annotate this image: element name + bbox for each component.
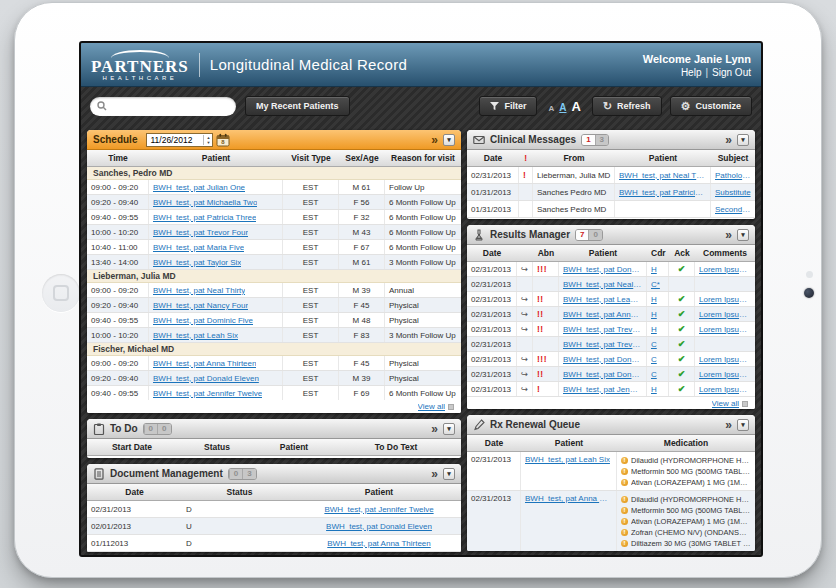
patient-link[interactable]: BWH_test, pat Julian One (153, 183, 245, 192)
patient-link[interactable]: BWH_test, pat Leah Six (525, 455, 610, 464)
comments-link[interactable]: Lorem Ipsum is sly L... (699, 385, 751, 394)
date-spinner[interactable]: ▲▼ (203, 135, 212, 145)
patient-link[interactable]: BWH_test, pat Trevor Four (563, 325, 642, 334)
medication-item[interactable]: Metformin 500 MG (500MG TABLET Take 1... (621, 505, 751, 515)
cdr-link[interactable]: C (651, 355, 657, 364)
ack-check-icon[interactable]: ✔ (669, 382, 695, 396)
view-all-link[interactable]: View all (712, 399, 739, 408)
panel-collapse-button[interactable] (737, 229, 749, 241)
patient-link[interactable]: BWH_test, pat Neal Thirty (619, 171, 706, 180)
medication-item[interactable]: Ativan (LORAZEPAM) 1 MG (1MG TABLET T... (621, 477, 751, 487)
forward-icon[interactable]: ↪ (517, 292, 533, 306)
ack-check-icon[interactable]: ✔ (669, 337, 695, 351)
patient-link[interactable]: BWH_test, pat Maria Five (153, 243, 244, 252)
medication-item[interactable]: Metformin 500 MG (500MG TABLET Take 1) (621, 466, 751, 476)
patient-link[interactable]: BWH_test, pat Donald Eleven (326, 522, 432, 531)
ack-check-icon[interactable]: ✔ (669, 352, 695, 366)
cdr-link[interactable]: H (651, 295, 657, 304)
comments-link[interactable]: Lorem Ipsum is sly L... (699, 310, 751, 319)
patient-link[interactable]: BWH_test, pat Neal Thirty (563, 280, 642, 289)
panel-expand-icon[interactable] (725, 230, 732, 240)
ack-check-icon[interactable]: ✔ (669, 292, 695, 306)
panel-collapse-button[interactable] (737, 419, 749, 431)
comments-link[interactable]: Lorem Ipsum is sly L... (699, 325, 751, 334)
patient-link[interactable]: BWH_test, pat Nancy Four (153, 301, 248, 310)
cdr-link[interactable]: H (651, 385, 657, 394)
patient-link[interactable]: BWH_test, pat Leah Six (563, 295, 642, 304)
patient-link[interactable]: BWH_test, pat Anna Thirteen (153, 359, 256, 368)
forward-icon[interactable]: ↪ (517, 307, 533, 321)
ack-check-icon[interactable]: ✔ (669, 262, 695, 276)
subject-link[interactable]: Substitute (715, 188, 751, 197)
panel-expand-icon[interactable] (725, 135, 732, 145)
patient-link[interactable]: BWH_test, pat Anna Thir... (563, 310, 642, 319)
help-link[interactable]: Help (681, 67, 702, 78)
comments-link[interactable]: Lorem Ipsum is sly L... (699, 265, 751, 274)
forward-icon[interactable]: ↪ (517, 262, 533, 276)
subject-link[interactable]: Second Opinion (715, 205, 751, 214)
cdr-link[interactable]: C (651, 340, 657, 349)
patient-link[interactable]: BWH_test, pat Dominic Five (153, 316, 253, 325)
patient-link[interactable]: BWH_test, pat Michaella Two (153, 198, 257, 207)
panel-expand-icon[interactable] (431, 469, 438, 479)
patient-link[interactable]: BWH_test, pat Donald Ele... (563, 370, 642, 379)
medication-item[interactable]: Dilaudid (HYDROMORPHONE HCL) 2 MG (... (621, 455, 751, 465)
patient-link[interactable]: BWH_test, pat Patricia Three (153, 213, 256, 222)
subject-link[interactable]: Pathology report (715, 171, 751, 180)
panel-collapse-button[interactable] (443, 468, 455, 480)
patient-link[interactable]: BWH_test, pat Neal Thirty (153, 286, 245, 295)
patient-link[interactable]: BWH_test, pat Anna Thirteen (327, 539, 430, 548)
patient-link[interactable]: BWH_test, pat Anna Thi... (525, 494, 612, 503)
customize-button[interactable]: Customize (670, 96, 752, 116)
sign-out-link[interactable]: Sign Out (712, 67, 751, 78)
refresh-button[interactable]: Refresh (592, 96, 662, 116)
patient-link[interactable]: BWH_test, pat Trevor Four (153, 228, 248, 237)
filter-button[interactable]: Filter (479, 96, 537, 116)
panel-collapse-button[interactable] (443, 134, 455, 146)
calendar-icon[interactable]: 8 (216, 133, 230, 147)
font-size-medium-button[interactable]: A (559, 102, 566, 113)
patient-link[interactable]: BWH_test, pat Trevor Four (563, 340, 642, 349)
forward-icon[interactable]: ↪ (517, 382, 533, 396)
comments-link[interactable]: Lorem Ipsum is sly L... (699, 355, 751, 364)
cdr-link[interactable]: H (651, 265, 657, 274)
medication-item[interactable]: Dilaudid (HYDROMORPHONE HCL) 2 MG... (621, 494, 751, 504)
forward-icon[interactable]: ↪ (517, 352, 533, 366)
comments-link[interactable]: Lorem Ipsum is sly L... (699, 370, 751, 379)
panel-expand-icon[interactable] (725, 420, 732, 430)
medication-item[interactable]: Zofran (CHEMO N/V) (ONDANSETRON HC... (621, 527, 751, 537)
medication-item[interactable]: Ativan (LORAZEPAM) 1 MG (1MG TABLET T... (621, 516, 751, 526)
patient-link[interactable]: BWH_test, pat Jennifer Twelve (324, 505, 433, 514)
ack-check-icon[interactable]: ✔ (669, 367, 695, 381)
patient-link[interactable]: BWH_test, pat Donald E... (563, 265, 642, 274)
cdr-link[interactable]: H (651, 325, 657, 334)
comments-link[interactable]: Lorem Ipsum is sly L... (699, 295, 751, 304)
search-input[interactable] (111, 101, 221, 111)
ack-check-icon[interactable]: ✔ (669, 307, 695, 321)
forward-icon[interactable] (517, 337, 533, 351)
font-size-large-button[interactable]: A (571, 99, 580, 114)
panel-expand-icon[interactable] (431, 424, 438, 434)
panel-collapse-button[interactable] (737, 134, 749, 146)
patient-link[interactable]: BWH_test, pat Donald El... (563, 355, 642, 364)
patient-link[interactable]: BWH_test, pat Patricia Three (619, 188, 706, 197)
cdr-link[interactable]: C (651, 370, 657, 379)
search-box[interactable] (90, 97, 236, 116)
panel-collapse-button[interactable] (443, 423, 455, 435)
ack-check-icon[interactable]: ✔ (669, 322, 695, 336)
medication-item[interactable]: Diltiazem 30 MG (30MG TABLET Take 1) P(.… (621, 538, 751, 548)
patient-link[interactable]: BWH_test, pat Donald Eleven (153, 374, 259, 383)
forward-icon[interactable] (517, 277, 533, 291)
patient-link[interactable]: BWH_test, pat Jennifer Twelve (153, 389, 262, 398)
cdr-link[interactable]: C* (651, 280, 660, 289)
ack-check-icon[interactable] (669, 277, 695, 291)
schedule-date-input[interactable] (147, 135, 203, 145)
forward-icon[interactable]: ↪ (517, 367, 533, 381)
forward-icon[interactable]: ↪ (517, 322, 533, 336)
patient-link[interactable]: BWH_test, pat Leah Six (153, 331, 238, 340)
font-size-small-button[interactable]: A (548, 104, 554, 113)
patient-link[interactable]: BWH_test, pat Taylor Six (153, 258, 241, 267)
patient-link[interactable]: BWH_test, pat Jennifer ... (563, 385, 642, 394)
panel-expand-icon[interactable] (431, 135, 438, 145)
cdr-link[interactable]: H (651, 310, 657, 319)
